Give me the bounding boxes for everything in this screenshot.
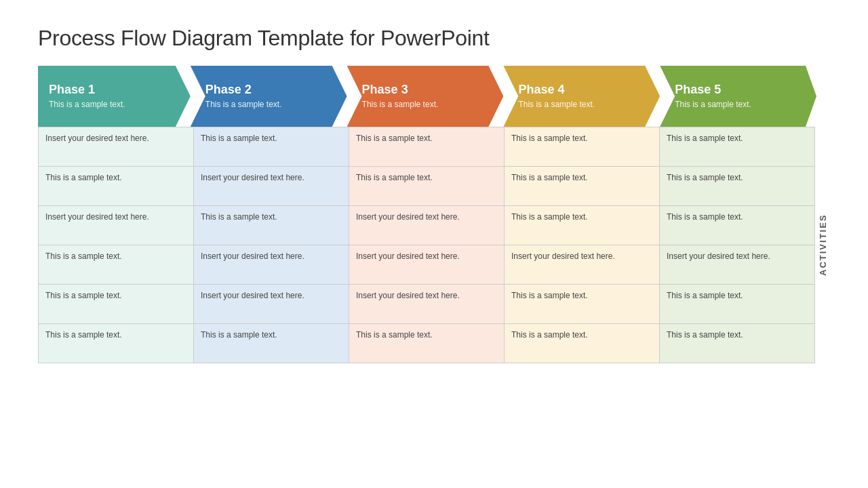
cell-r0-c1: This is a sample text. xyxy=(194,127,349,167)
cell-r3-c0: This is a sample text. xyxy=(39,245,194,285)
page-title: Process Flow Diagram Template for PowerP… xyxy=(38,26,830,51)
phases-row: Phase 1This is a sample text.Phase 2This… xyxy=(38,66,816,127)
cell-r1-c4: This is a sample text. xyxy=(660,167,815,206)
diagram: Phase 1This is a sample text.Phase 2This… xyxy=(38,66,830,363)
cell-r4-c0: This is a sample text. xyxy=(39,285,194,324)
cell-r2-c2: Insert your desired text here. xyxy=(349,206,505,245)
cell-r2-c1: This is a sample text. xyxy=(194,206,349,245)
phase-sub-3: This is a sample text. xyxy=(362,100,494,110)
phase-arrow-2: Phase 2This is a sample text. xyxy=(191,66,347,127)
phase-arrow-3: Phase 3This is a sample text. xyxy=(347,66,504,127)
cell-r5-c2: This is a sample text. xyxy=(349,324,505,363)
cell-r2-c4: This is a sample text. xyxy=(660,206,815,245)
cell-r5-c0: This is a sample text. xyxy=(39,324,194,363)
phase-sub-5: This is a sample text. xyxy=(675,100,807,110)
phase-title-4: Phase 4 xyxy=(518,83,650,97)
cell-r0-c3: This is a sample text. xyxy=(505,127,660,167)
cell-r5-c1: This is a sample text. xyxy=(194,324,349,363)
phase-sub-2: This is a sample text. xyxy=(205,100,338,110)
slide: Process Flow Diagram Template for PowerP… xyxy=(14,7,854,481)
phase-title-2: Phase 2 xyxy=(205,83,338,97)
phase-arrow-1: Phase 1This is a sample text. xyxy=(38,66,191,127)
cell-r3-c3: Insert your desired text here. xyxy=(505,245,660,285)
cell-r4-c4: This is a sample text. xyxy=(660,285,815,324)
cell-r3-c2: Insert your desired text here. xyxy=(349,245,505,285)
cell-r1-c0: This is a sample text. xyxy=(39,167,194,206)
cell-r2-c3: This is a sample text. xyxy=(505,206,660,245)
activities-label: ACTIVITIES xyxy=(815,127,830,363)
cell-r3-c4: Insert your desired text here. xyxy=(660,245,815,285)
cell-r3-c1: Insert your desired text here. xyxy=(194,245,349,285)
phase-arrow-5: Phase 5This is a sample text. xyxy=(660,66,816,127)
phase-sub-4: This is a sample text. xyxy=(518,100,650,110)
cell-r2-c0: Insert your desired text here. xyxy=(39,206,194,245)
phase-title-5: Phase 5 xyxy=(675,83,807,97)
activities-grid: Insert your desired text here.This is a … xyxy=(38,127,815,363)
cell-r4-c2: Insert your desired text here. xyxy=(349,285,505,324)
cell-r1-c2: This is a sample text. xyxy=(349,167,505,206)
cell-r5-c3: This is a sample text. xyxy=(505,324,660,363)
phase-title-3: Phase 3 xyxy=(362,83,494,97)
phase-title-1: Phase 1 xyxy=(49,83,181,97)
table-container: Insert your desired text here.This is a … xyxy=(38,127,830,363)
cell-r0-c2: This is a sample text. xyxy=(349,127,505,167)
cell-r0-c0: Insert your desired text here. xyxy=(39,127,194,167)
cell-r1-c1: Insert your desired text here. xyxy=(194,167,349,206)
cell-r1-c3: This is a sample text. xyxy=(505,167,660,206)
phase-sub-1: This is a sample text. xyxy=(49,100,181,110)
cell-r4-c3: This is a sample text. xyxy=(505,285,660,324)
phase-arrow-4: Phase 4This is a sample text. xyxy=(503,66,660,127)
cell-r4-c1: Insert your desired text here. xyxy=(194,285,349,324)
cell-r0-c4: This is a sample text. xyxy=(660,127,815,167)
cell-r5-c4: This is a sample text. xyxy=(660,324,815,363)
